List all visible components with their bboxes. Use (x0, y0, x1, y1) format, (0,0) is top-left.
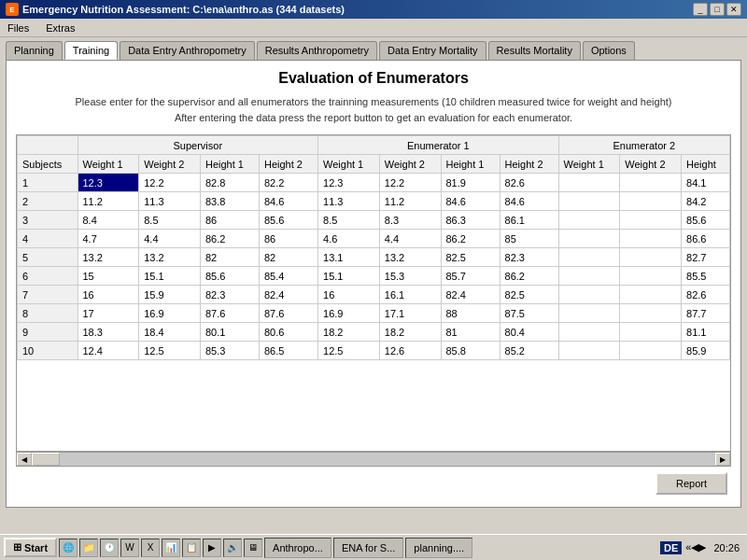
table-cell[interactable]: 12.6 (379, 342, 441, 360)
table-cell[interactable]: 2 (18, 192, 78, 211)
taskbar-icon-misc1[interactable]: 📊 (162, 539, 180, 557)
taskbar-icon-misc3[interactable]: ▶ (203, 539, 221, 557)
table-cell[interactable]: 4.4 (139, 230, 201, 248)
table-cell[interactable]: 12.3 (78, 174, 139, 192)
table-cell[interactable]: 11.2 (379, 192, 441, 211)
table-cell[interactable] (620, 304, 682, 323)
taskbar-icon-misc5[interactable]: 🖥 (244, 539, 262, 557)
table-cell[interactable]: 82.4 (260, 286, 318, 304)
table-cell[interactable]: 8.5 (139, 211, 201, 230)
table-cell[interactable]: 88 (441, 304, 500, 323)
table-cell[interactable]: 85.6 (200, 267, 259, 286)
table-cell[interactable] (558, 248, 620, 267)
taskbar-icon-word[interactable]: W (120, 539, 139, 557)
table-cell[interactable] (558, 323, 620, 342)
table-cell[interactable]: 8 (18, 304, 78, 323)
table-cell[interactable]: 82.4 (441, 286, 500, 304)
table-cell[interactable]: 13.2 (139, 248, 201, 267)
table-cell[interactable]: 81 (441, 323, 500, 342)
table-cell[interactable]: 6 (18, 267, 78, 286)
table-cell[interactable]: 15.1 (318, 267, 380, 286)
table-cell[interactable] (558, 342, 620, 360)
table-cell[interactable]: 11.3 (318, 192, 380, 211)
table-cell[interactable] (620, 230, 682, 248)
table-cell[interactable]: 87.6 (260, 304, 318, 323)
table-cell[interactable]: 85.2 (500, 342, 558, 360)
start-button[interactable]: ⊞ Start (4, 538, 57, 557)
taskbar-item-anthropo[interactable]: Anthropo... (264, 538, 331, 558)
table-cell[interactable]: 17 (78, 304, 139, 323)
tab-options[interactable]: Options (583, 41, 635, 60)
table-cell[interactable]: 17.1 (379, 304, 441, 323)
table-cell[interactable]: 15.1 (139, 267, 201, 286)
table-cell[interactable]: 13.1 (318, 248, 380, 267)
maximize-button[interactable]: □ (710, 3, 725, 16)
table-cell[interactable]: 85 (500, 230, 558, 248)
table-cell[interactable]: 84.6 (500, 192, 558, 211)
table-cell[interactable]: 12.4 (78, 342, 139, 360)
table-cell[interactable]: 82.6 (500, 174, 558, 192)
table-cell[interactable] (620, 211, 682, 230)
table-cell[interactable] (558, 286, 620, 304)
tab-data-entry-mortality[interactable]: Data Entry Mortality (379, 41, 486, 60)
table-cell[interactable] (558, 230, 620, 248)
table-cell[interactable]: 4.4 (379, 230, 441, 248)
scroll-right-button[interactable]: ▶ (715, 453, 730, 466)
table-cell[interactable]: 80.6 (260, 323, 318, 342)
menu-files[interactable]: Files (4, 21, 33, 35)
table-cell[interactable]: 85.7 (441, 267, 500, 286)
table-cell[interactable]: 8.3 (379, 211, 441, 230)
table-cell[interactable]: 8.4 (78, 211, 139, 230)
table-cell[interactable]: 87.5 (500, 304, 558, 323)
table-cell[interactable]: 11.2 (78, 192, 139, 211)
table-cell[interactable]: 86.3 (441, 211, 500, 230)
table-cell[interactable]: 82.8 (200, 174, 259, 192)
report-button[interactable]: Report (655, 472, 727, 495)
table-cell[interactable]: 86.5 (260, 342, 318, 360)
table-cell[interactable]: 82.3 (500, 248, 558, 267)
menu-extras[interactable]: Extras (42, 21, 78, 35)
taskbar-icon-ie[interactable]: 🌐 (59, 539, 78, 557)
table-cell[interactable]: 10 (18, 342, 78, 360)
taskbar-icon-folder[interactable]: 📁 (79, 539, 98, 557)
table-cell[interactable]: 83.8 (200, 192, 259, 211)
table-cell[interactable]: 13.2 (78, 248, 139, 267)
table-cell[interactable]: 13.2 (379, 248, 441, 267)
table-cell[interactable]: 1 (18, 174, 78, 192)
tab-results-anthropometry[interactable]: Results Anthropometry (257, 41, 377, 60)
table-cell[interactable]: 84.6 (260, 192, 318, 211)
table-cell[interactable]: 8.5 (318, 211, 380, 230)
table-cell[interactable]: 15 (78, 267, 139, 286)
table-cell[interactable]: 86.6 (682, 230, 730, 248)
table-cell[interactable]: 86.2 (500, 267, 558, 286)
table-cell[interactable]: 84.6 (441, 192, 500, 211)
table-cell[interactable]: 4.6 (318, 230, 380, 248)
table-cell[interactable] (558, 304, 620, 323)
table-cell[interactable]: 87.6 (200, 304, 259, 323)
data-table-container[interactable]: Supervisor Enumerator 1 Enumerator 2 Sub… (16, 134, 731, 452)
table-cell[interactable]: 82.5 (500, 286, 558, 304)
table-cell[interactable]: 5 (18, 248, 78, 267)
taskbar-item-planning[interactable]: planning.... (405, 538, 472, 558)
taskbar-icon-clock[interactable]: 🕐 (100, 539, 119, 557)
table-cell[interactable]: 87.7 (682, 304, 730, 323)
scroll-track[interactable] (32, 453, 715, 466)
table-cell[interactable]: 85.6 (682, 211, 730, 230)
table-cell[interactable]: 7 (18, 286, 78, 304)
table-cell[interactable] (558, 174, 620, 192)
table-cell[interactable]: 4 (18, 230, 78, 248)
table-cell[interactable]: 18.2 (318, 323, 380, 342)
table-cell[interactable]: 18.4 (139, 323, 201, 342)
table-cell[interactable]: 15.3 (379, 267, 441, 286)
table-cell[interactable] (558, 192, 620, 211)
table-cell[interactable] (558, 211, 620, 230)
table-cell[interactable]: 9 (18, 323, 78, 342)
table-cell[interactable]: 15.9 (139, 286, 201, 304)
table-cell[interactable]: 80.1 (200, 323, 259, 342)
table-cell[interactable]: 85.9 (682, 342, 730, 360)
table-cell[interactable]: 85.8 (441, 342, 500, 360)
tab-results-mortality[interactable]: Results Mortality (488, 41, 581, 60)
horizontal-scrollbar[interactable]: ◀ ▶ (16, 452, 731, 467)
taskbar-icon-excel[interactable]: X (141, 539, 160, 557)
table-cell[interactable]: 86 (260, 230, 318, 248)
